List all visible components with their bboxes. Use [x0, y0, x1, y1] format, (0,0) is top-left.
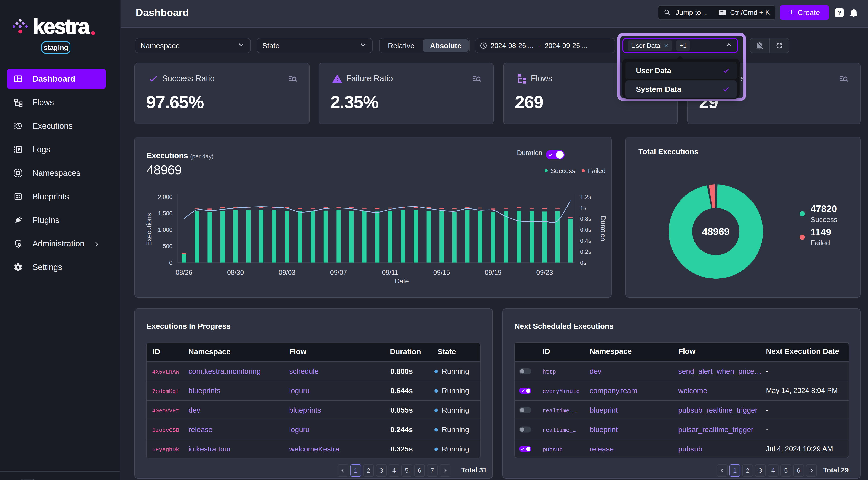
svg-text:Success: Success	[810, 216, 838, 224]
svg-text:48969: 48969	[702, 226, 730, 237]
svg-text:Duration: Duration	[599, 216, 607, 241]
svg-text:0.4s: 0.4s	[580, 237, 591, 244]
svg-text:Date: Date	[395, 277, 409, 285]
svg-text:1s: 1s	[580, 205, 586, 211]
svg-text:09/03: 09/03	[279, 269, 296, 276]
svg-text:0s: 0s	[580, 260, 586, 266]
svg-text:47820: 47820	[810, 203, 837, 214]
svg-text:0: 0	[169, 260, 173, 266]
svg-text:1149: 1149	[810, 227, 831, 237]
svg-text:Executions: Executions	[145, 213, 153, 246]
svg-text:1,000: 1,000	[158, 227, 173, 233]
svg-text:500: 500	[163, 243, 173, 250]
svg-text:0.8s: 0.8s	[580, 216, 591, 222]
svg-text:09/07: 09/07	[330, 269, 347, 276]
svg-text:2,000: 2,000	[158, 194, 173, 200]
svg-text:Failed: Failed	[810, 239, 830, 247]
svg-text:09/11: 09/11	[382, 269, 398, 276]
svg-text:09/19: 09/19	[485, 269, 502, 276]
svg-text:1.2s: 1.2s	[580, 194, 591, 200]
svg-text:09/15: 09/15	[433, 269, 450, 276]
svg-text:0.6s: 0.6s	[580, 227, 591, 233]
svg-text:08/26: 08/26	[176, 269, 192, 276]
svg-text:08/30: 08/30	[227, 269, 244, 276]
svg-text:0.2s: 0.2s	[580, 249, 591, 255]
svg-text:09/23: 09/23	[536, 269, 553, 276]
svg-text:1,500: 1,500	[158, 210, 173, 217]
